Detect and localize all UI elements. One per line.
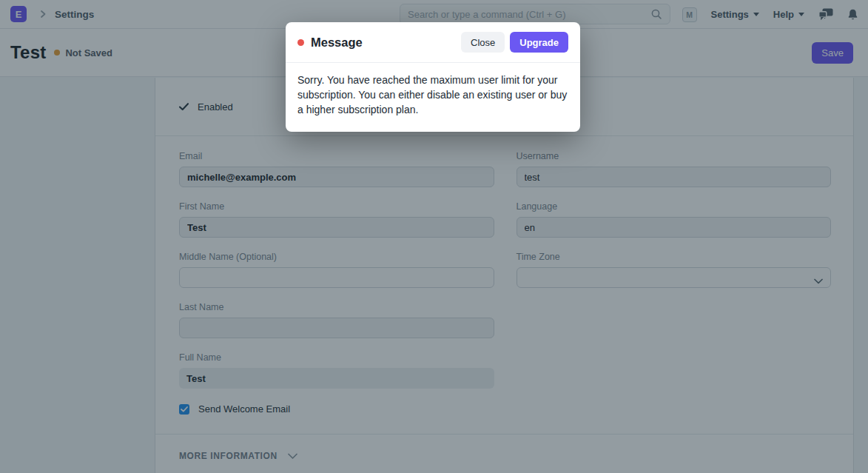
- message-dialog: Message Close Upgrade Sorry. You have re…: [286, 22, 580, 132]
- message-dialog-body: Sorry. You have reached the maximum user…: [286, 63, 580, 132]
- close-button[interactable]: Close: [461, 32, 505, 53]
- message-dialog-title: Message: [311, 36, 461, 50]
- upgrade-button[interactable]: Upgrade: [510, 32, 568, 53]
- message-indicator-dot-icon: [297, 39, 304, 46]
- message-dialog-header: Message Close Upgrade: [286, 22, 580, 63]
